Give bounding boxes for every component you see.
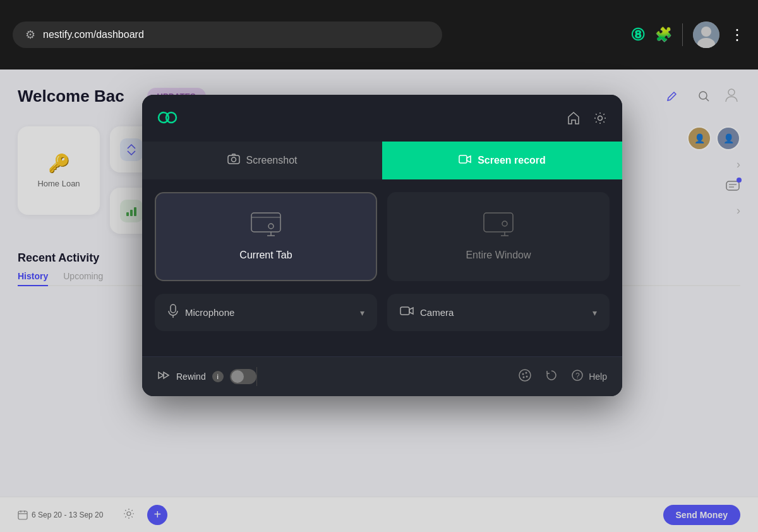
svg-point-21	[231, 157, 236, 162]
info-text: i	[217, 373, 218, 380]
divider	[682, 23, 683, 46]
modal-body: Current Tab Entire Window	[142, 179, 622, 356]
more-options-icon[interactable]: ⋮	[730, 26, 745, 44]
svg-point-25	[268, 224, 274, 229]
browser-logo: ⑧	[630, 25, 645, 45]
refresh-button[interactable]	[544, 368, 558, 385]
video-tab-icon	[459, 153, 471, 168]
svg-rect-22	[459, 155, 467, 163]
microphone-dropdown[interactable]: Microphone ▾	[155, 294, 377, 331]
rewind-label: Rewind	[176, 372, 206, 382]
cookie-button[interactable]	[518, 368, 532, 385]
user-avatar[interactable]	[693, 21, 719, 48]
screen-record-tab-label: Screen record	[478, 155, 546, 166]
current-tab-icon	[251, 212, 281, 241]
modal-tabs: Screenshot Screen record	[142, 142, 622, 179]
modal-logo	[157, 107, 177, 131]
microphone-chevron: ▾	[360, 308, 364, 318]
svg-point-18	[166, 112, 176, 123]
modal-header	[142, 95, 622, 142]
svg-rect-34	[400, 307, 409, 315]
info-icon[interactable]: i	[212, 371, 224, 382]
footer-divider	[256, 367, 257, 386]
svg-point-38	[526, 375, 528, 377]
rewind-toggle[interactable]	[230, 369, 256, 384]
modal-header-icons	[567, 111, 607, 128]
help-icon: ?	[571, 369, 584, 385]
svg-point-1	[701, 27, 711, 37]
screenshot-tab[interactable]: Screenshot	[142, 142, 382, 179]
camera-dropdown[interactable]: Camera ▾	[387, 294, 610, 331]
help-label: Help	[589, 372, 607, 382]
svg-point-37	[526, 372, 527, 373]
toggle-knob	[231, 370, 244, 383]
camera-icon	[400, 305, 414, 320]
settings-icon[interactable]	[593, 111, 607, 128]
microphone-label: Microphone	[185, 307, 354, 318]
camera-label: Camera	[420, 307, 586, 318]
screen-record-modal: Screenshot Screen record	[142, 95, 622, 396]
svg-point-19	[598, 116, 603, 120]
rewind-icon	[157, 370, 170, 383]
avatar-image	[693, 21, 719, 48]
svg-rect-28	[484, 213, 513, 232]
extensions-icon[interactable]: 🧩	[655, 27, 672, 43]
rewind-section: Rewind i	[157, 369, 256, 384]
browser-actions: ⑧ 🧩 ⋮	[630, 21, 745, 48]
help-button[interactable]: ? Help	[571, 369, 607, 385]
entire-window-icon	[483, 212, 514, 241]
entire-window-option[interactable]: Entire Window	[387, 192, 610, 281]
svg-text:?: ?	[575, 372, 580, 380]
camera-tab-icon	[227, 153, 240, 168]
modal-footer: Rewind i ?	[142, 356, 622, 396]
camera-chevron: ▾	[593, 308, 597, 318]
cookie-icon	[518, 368, 532, 385]
url-text: nestify.com/dashboard	[43, 29, 430, 40]
svg-rect-23	[251, 213, 280, 232]
recording-options: Current Tab Entire Window	[155, 192, 610, 281]
settings-icon: ⚙	[25, 28, 35, 42]
svg-rect-20	[228, 155, 239, 164]
svg-point-29	[502, 221, 507, 226]
current-tab-option[interactable]: Current Tab	[155, 192, 377, 281]
microphone-icon	[167, 304, 179, 321]
svg-point-35	[519, 370, 531, 381]
entire-window-label: Entire Window	[466, 250, 531, 261]
browser-chrome: ⚙ nestify.com/dashboard ⑧ 🧩 ⋮	[0, 0, 758, 70]
svg-rect-32	[171, 305, 176, 313]
refresh-icon	[544, 368, 558, 385]
screen-record-tab[interactable]: Screen record	[382, 142, 622, 179]
screenshot-tab-label: Screenshot	[246, 155, 298, 166]
home-icon[interactable]	[567, 111, 581, 128]
footer-right: ? Help	[518, 368, 607, 385]
current-tab-label: Current Tab	[239, 250, 292, 261]
svg-point-39	[523, 376, 525, 378]
dropdown-row: Microphone ▾ Camera ▾	[155, 294, 610, 331]
svg-point-36	[522, 373, 524, 375]
address-bar[interactable]: ⚙ nestify.com/dashboard	[13, 21, 442, 48]
